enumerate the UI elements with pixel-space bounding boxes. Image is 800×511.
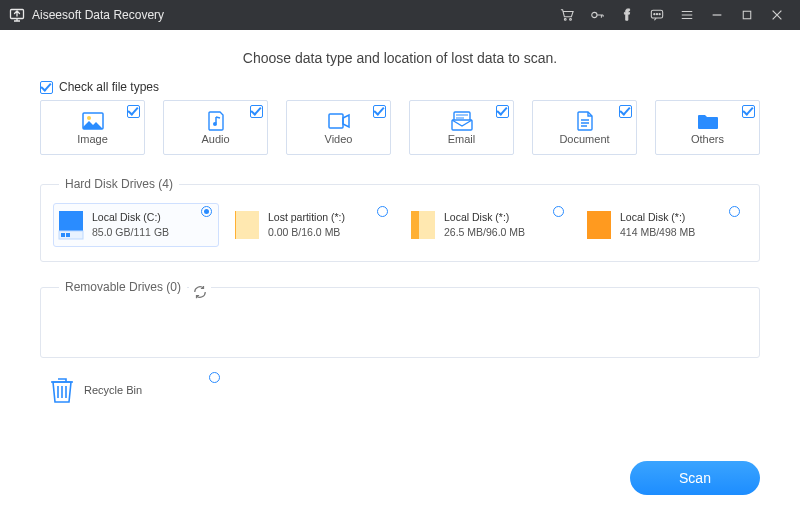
close-icon[interactable] xyxy=(762,0,792,30)
drive-c-icon xyxy=(58,210,84,240)
svg-point-6 xyxy=(656,14,657,15)
drive-c-text: Local Disk (C:) 85.0 GB/111 GB xyxy=(92,210,169,239)
audio-icon xyxy=(205,111,227,131)
email-icon xyxy=(451,111,473,131)
document-icon xyxy=(574,111,596,131)
others-icon xyxy=(697,111,719,131)
drive-3-icon xyxy=(586,210,612,240)
type-card-video[interactable]: Video xyxy=(286,100,391,155)
type-email-label: Email xyxy=(448,133,476,145)
recycle-radio[interactable] xyxy=(209,372,220,383)
svg-rect-19 xyxy=(235,211,259,239)
svg-point-11 xyxy=(213,122,217,126)
type-video-label: Video xyxy=(325,133,353,145)
hdd-row: Local Disk (C:) 85.0 GB/111 GB Lost part… xyxy=(53,203,747,247)
drive-lost-icon xyxy=(234,210,260,240)
type-card-document[interactable]: Document xyxy=(532,100,637,155)
svg-point-10 xyxy=(87,116,91,120)
drive-lost-name: Lost partition (*:) xyxy=(268,210,345,225)
maximize-icon[interactable] xyxy=(732,0,762,30)
type-image-label: Image xyxy=(77,133,108,145)
svg-rect-20 xyxy=(235,211,236,239)
scan-button[interactable]: Scan xyxy=(630,461,760,495)
type-others-label: Others xyxy=(691,133,724,145)
check-all-label: Check all file types xyxy=(59,80,159,94)
facebook-icon[interactable] xyxy=(612,0,642,30)
filetype-row: Image Audio Video Email Document Others xyxy=(40,100,760,155)
type-card-audio[interactable]: Audio xyxy=(163,100,268,155)
type-card-others[interactable]: Others xyxy=(655,100,760,155)
svg-point-7 xyxy=(659,14,660,15)
drive-c-size: 85.0 GB/111 GB xyxy=(92,225,169,240)
drive-2-name: Local Disk (*:) xyxy=(444,210,525,225)
type-audio-label: Audio xyxy=(201,133,229,145)
hdd-legend: Hard Disk Drives (4) xyxy=(59,177,179,191)
refresh-icon[interactable] xyxy=(189,285,211,303)
page-subtitle: Choose data type and location of lost da… xyxy=(40,50,760,66)
removable-legend: Removable Drives (0) xyxy=(59,280,187,294)
type-image-checkbox[interactable] xyxy=(127,105,140,118)
app-title: Aiseesoft Data Recovery xyxy=(32,8,552,22)
svg-rect-17 xyxy=(61,233,65,237)
check-all-row[interactable]: Check all file types xyxy=(40,80,760,94)
menu-icon[interactable] xyxy=(672,0,702,30)
svg-rect-23 xyxy=(587,211,611,239)
recycle-bin-row[interactable]: Recycle Bin xyxy=(40,376,220,404)
recycle-bin-icon xyxy=(50,376,74,404)
type-document-label: Document xyxy=(559,133,609,145)
svg-rect-8 xyxy=(743,11,751,19)
cart-icon[interactable] xyxy=(552,0,582,30)
image-icon xyxy=(82,111,104,131)
minimize-icon[interactable] xyxy=(702,0,732,30)
drive-3-name: Local Disk (*:) xyxy=(620,210,695,225)
drive-c[interactable]: Local Disk (C:) 85.0 GB/111 GB xyxy=(53,203,219,247)
drive-c-name: Local Disk (C:) xyxy=(92,210,169,225)
feedback-icon[interactable] xyxy=(642,0,672,30)
hdd-group: Hard Disk Drives (4) Local Disk (C:) 85.… xyxy=(40,177,760,262)
drive-2-text: Local Disk (*:) 26.5 MB/96.0 MB xyxy=(444,210,525,239)
type-card-image[interactable]: Image xyxy=(40,100,145,155)
svg-rect-18 xyxy=(66,233,70,237)
app-logo-icon xyxy=(8,6,26,24)
drive-3-radio[interactable] xyxy=(729,206,740,217)
svg-rect-12 xyxy=(329,114,343,128)
type-card-email[interactable]: Email xyxy=(409,100,514,155)
video-icon xyxy=(328,111,350,131)
type-document-checkbox[interactable] xyxy=(619,105,632,118)
drive-c-radio[interactable] xyxy=(201,206,212,217)
drive-3-text: Local Disk (*:) 414 MB/498 MB xyxy=(620,210,695,239)
svg-rect-22 xyxy=(411,211,419,239)
type-video-checkbox[interactable] xyxy=(373,105,386,118)
drive-lost-text: Lost partition (*:) 0.00 B/16.0 MB xyxy=(268,210,345,239)
drive-3-size: 414 MB/498 MB xyxy=(620,225,695,240)
titlebar: Aiseesoft Data Recovery xyxy=(0,0,800,30)
recycle-label: Recycle Bin xyxy=(84,384,142,396)
drive-2-icon xyxy=(410,210,436,240)
drive-2-radio[interactable] xyxy=(553,206,564,217)
key-icon[interactable] xyxy=(582,0,612,30)
drive-2-size: 26.5 MB/96.0 MB xyxy=(444,225,525,240)
drive-lost-radio[interactable] xyxy=(377,206,388,217)
type-email-checkbox[interactable] xyxy=(496,105,509,118)
drive-lost[interactable]: Lost partition (*:) 0.00 B/16.0 MB xyxy=(229,203,395,247)
main-content: Choose data type and location of lost da… xyxy=(0,30,800,511)
drive-3[interactable]: Local Disk (*:) 414 MB/498 MB xyxy=(581,203,747,247)
removable-group: Removable Drives (0) xyxy=(40,280,760,358)
svg-point-3 xyxy=(592,12,597,17)
titlebar-icons xyxy=(552,0,792,30)
drive-2[interactable]: Local Disk (*:) 26.5 MB/96.0 MB xyxy=(405,203,571,247)
type-others-checkbox[interactable] xyxy=(742,105,755,118)
svg-rect-15 xyxy=(59,211,83,231)
svg-point-5 xyxy=(654,14,655,15)
check-all-checkbox[interactable] xyxy=(40,81,53,94)
svg-point-2 xyxy=(570,19,572,21)
svg-point-1 xyxy=(564,19,566,21)
type-audio-checkbox[interactable] xyxy=(250,105,263,118)
drive-lost-size: 0.00 B/16.0 MB xyxy=(268,225,345,240)
